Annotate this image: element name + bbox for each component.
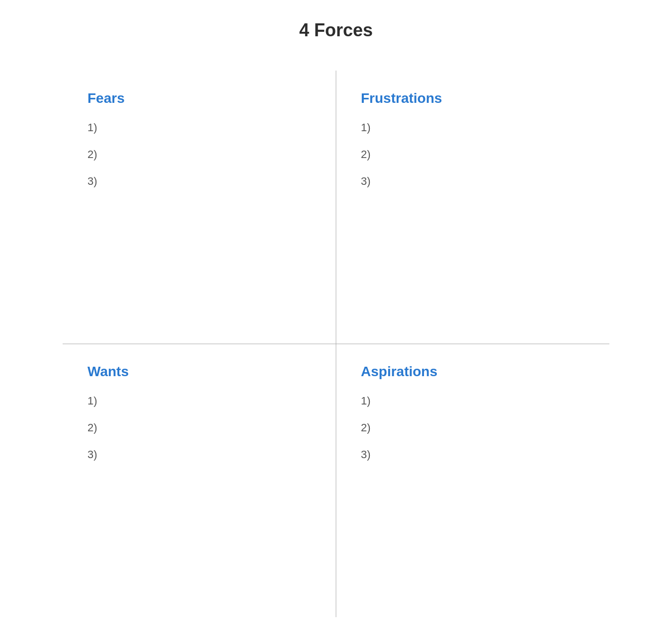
fears-title: Fears [87,90,311,106]
frustrations-items: 1) 2) 3) [361,121,585,188]
fears-items: 1) 2) 3) [87,121,311,188]
frustrations-item-2: 2) [361,148,585,161]
wants-item-3: 3) [87,448,311,461]
aspirations-items: 1) 2) 3) [361,395,585,461]
quadrant-fears: Fears 1) 2) 3) [63,71,336,344]
frustrations-item-3: 3) [361,175,585,188]
page-title: 4 Forces [299,20,373,41]
aspirations-item-3: 3) [361,448,585,461]
wants-items: 1) 2) 3) [87,395,311,461]
four-forces-grid: Fears 1) 2) 3) Frustrations 1) 2) 3) Wan… [63,71,609,617]
quadrant-wants: Wants 1) 2) 3) [63,344,336,617]
quadrant-frustrations: Frustrations 1) 2) 3) [336,71,609,344]
fears-item-3: 3) [87,175,311,188]
frustrations-title: Frustrations [361,90,585,106]
fears-item-1: 1) [87,121,311,134]
aspirations-item-2: 2) [361,421,585,434]
aspirations-item-1: 1) [361,395,585,407]
frustrations-item-1: 1) [361,121,585,134]
wants-item-1: 1) [87,395,311,407]
wants-item-2: 2) [87,421,311,434]
aspirations-title: Aspirations [361,364,585,380]
fears-item-2: 2) [87,148,311,161]
quadrant-aspirations: Aspirations 1) 2) 3) [336,344,609,617]
wants-title: Wants [87,364,311,380]
